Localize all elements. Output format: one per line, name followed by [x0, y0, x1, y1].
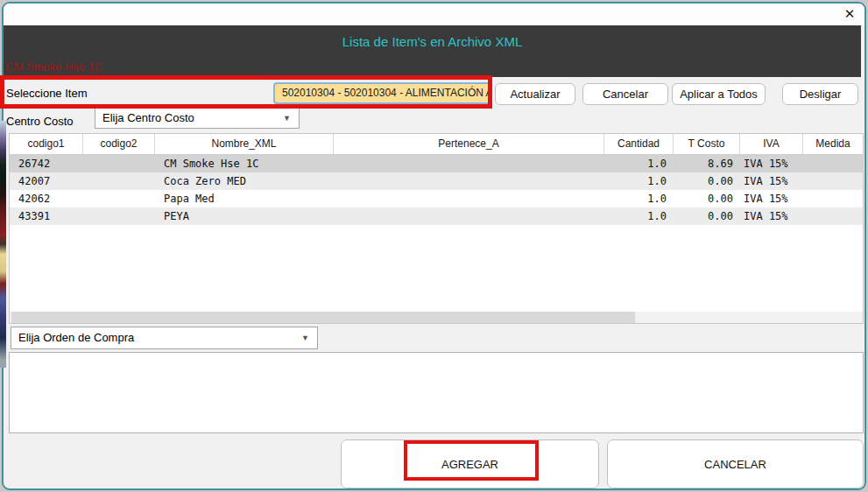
grid-cell: 42062	[10, 190, 83, 207]
grid-cell	[334, 190, 604, 207]
grid-cell: 0.00	[674, 190, 740, 207]
current-item-label: CM Smoke Hse 1C	[5, 60, 102, 74]
grid-cell: IVA 15%	[740, 172, 803, 190]
grid-column-header[interactable]: Cantidad	[604, 134, 674, 154]
grid-column-header[interactable]: IVA	[740, 134, 803, 154]
grid-cell	[334, 207, 604, 225]
agregar-button[interactable]: AGREGAR	[341, 439, 599, 488]
table-row[interactable]: 43391PEYA1.00.00IVA 15%	[10, 207, 863, 225]
grid-cell	[803, 172, 863, 190]
grid-cell	[83, 155, 155, 172]
grid-cell: IVA 15%	[740, 155, 803, 172]
grid-cell	[334, 172, 604, 190]
horizontal-scrollbar[interactable]	[10, 312, 863, 323]
centro-costo-label: Centro Costo	[6, 115, 74, 128]
aplicar-a-todos-button[interactable]: Aplicar a Todos	[672, 83, 766, 105]
seleccione-item-label: Seleccione Item	[6, 87, 88, 100]
chevron-down-icon: ▼	[301, 328, 309, 348]
grid-cell: CM Smoke Hse 1C	[155, 155, 334, 172]
grid-cell: 42007	[10, 172, 83, 190]
chevron-down-icon: ▼	[283, 109, 291, 129]
items-grid: codigo1codigo2Nombre_XMLPertenece_ACanti…	[9, 133, 864, 324]
close-icon[interactable]: ✕	[841, 5, 858, 23]
grid-header-row: codigo1codigo2Nombre_XMLPertenece_ACanti…	[10, 134, 863, 155]
grid-column-header[interactable]: T Costo	[674, 134, 740, 154]
grid-cell: 1.0	[604, 172, 674, 190]
table-row[interactable]: 42062Papa Med1.00.00IVA 15%	[10, 190, 863, 207]
grid-cell: 26742	[10, 155, 83, 172]
item-combo[interactable]: 502010304 - 502010304 - ALIMENTACIÓN A E…	[273, 82, 490, 104]
grid-cell	[803, 190, 863, 207]
grid-cell: 0.00	[674, 172, 740, 190]
grid-cell	[803, 155, 863, 172]
grid-column-header[interactable]: Pertenece_A	[334, 134, 604, 154]
background-window-edge	[0, 121, 6, 368]
cancelar-button[interactable]: Cancelar	[582, 83, 668, 105]
dialog-titlebar: ✕	[4, 4, 864, 25]
grid-cell	[83, 190, 155, 207]
grid-cell: Coca Zero MED	[155, 172, 334, 190]
grid-column-header[interactable]: codigo1	[10, 134, 83, 154]
orden-compra-dropdown[interactable]: Elija Orden de Compra ▼	[11, 327, 318, 349]
grid-cell	[83, 207, 155, 225]
grid-cell: 1.0	[604, 155, 674, 172]
cancelar-footer-button[interactable]: CANCELAR	[607, 439, 864, 488]
grid-cell: Papa Med	[155, 190, 334, 207]
grid-body: 26742CM Smoke Hse 1C1.08.69IVA 15%42007C…	[10, 155, 863, 225]
scrollbar-thumb[interactable]	[11, 312, 635, 323]
grid-cell: IVA 15%	[740, 207, 803, 225]
grid-cell: 1.0	[604, 190, 674, 207]
table-row[interactable]: 42007Coca Zero MED1.00.00IVA 15%	[10, 172, 863, 190]
grid-cell	[803, 207, 863, 225]
grid-cell: 0.00	[674, 207, 740, 225]
grid-cell: PEYA	[155, 207, 334, 225]
grid-column-header[interactable]: codigo2	[83, 134, 155, 154]
screen: ✕ Lista de Item's en Archivo XML CM Smok…	[0, 0, 868, 492]
notes-textarea[interactable]	[9, 352, 864, 433]
xml-items-dialog: ✕ Lista de Item's en Archivo XML CM Smok…	[2, 2, 866, 490]
actualizar-button[interactable]: Actualizar	[495, 83, 575, 105]
grid-cell: IVA 15%	[740, 190, 803, 207]
grid-cell: 1.0	[604, 207, 674, 225]
centro-costo-dropdown[interactable]: Elija Centro Costo ▼	[95, 107, 300, 129]
grid-cell	[334, 155, 604, 172]
desligar-button[interactable]: Desligar	[782, 83, 858, 105]
grid-cell: 43391	[10, 207, 83, 225]
dialog-title: Lista de Item's en Archivo XML	[4, 25, 861, 49]
grid-column-header[interactable]: Nombre_XML	[155, 134, 334, 154]
grid-column-header[interactable]: Medida	[803, 134, 863, 154]
grid-cell: 8.69	[674, 155, 740, 172]
centro-costo-value: Elija Centro Costo	[102, 111, 194, 124]
table-row[interactable]: 26742CM Smoke Hse 1C1.08.69IVA 15%	[10, 155, 863, 172]
orden-compra-value: Elija Orden de Compra	[18, 331, 134, 344]
dialog-header-panel: Lista de Item's en Archivo XML CM Smoke …	[4, 25, 861, 77]
grid-cell	[83, 172, 155, 190]
